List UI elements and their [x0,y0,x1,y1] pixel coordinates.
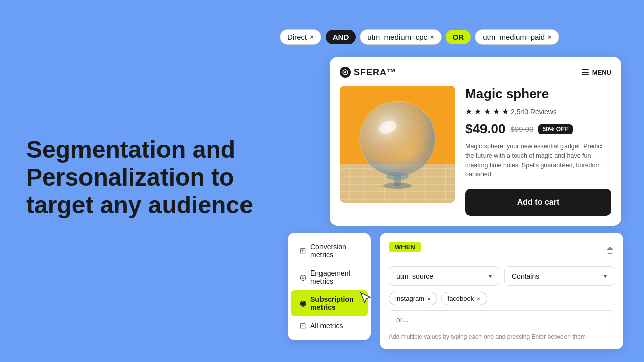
conversion-icon: ⊞ [300,246,306,255]
or-input[interactable] [389,310,614,329]
operator-dropdown-value: Contains [512,272,539,280]
engagement-icon: ◎ [300,273,306,282]
price-row: $49.00 $99.00 50% OFF [465,121,611,137]
value-tag-facebook: facebook × [441,292,487,305]
brand-logo: SFERA™ [340,67,396,78]
value-tag-instagram: instagram × [389,292,437,305]
product-card: SFERA™ MENU [330,57,621,226]
operator-dropdown[interactable]: Contains ▾ [504,266,614,286]
metric-item-all[interactable]: ⊡ All metrics [291,316,368,335]
card-body: Magic sphere ★ ★ ★ ★ ★ 2,540 Reviews $49… [340,86,611,216]
value-tag-instagram-label: instagram [395,295,424,302]
star-1: ★ [465,107,472,116]
all-metrics-icon: ⊡ [300,321,306,330]
filter-tag-utm-cpc[interactable]: utm_medium=cpc × [360,29,441,45]
price-current: $49.00 [465,121,506,137]
conversion-label: Conversion metrics [310,243,359,259]
filter-tag-direct-label: Direct [287,33,307,41]
menu-icon [581,68,589,76]
card-header: SFERA™ MENU [340,67,611,78]
star-3: ★ [484,107,491,116]
field-dropdown-chevron: ▾ [489,273,492,280]
metric-item-engagement[interactable]: ◎ Engagement metrics [291,264,368,290]
field-dropdown[interactable]: utm_source ▾ [389,266,499,286]
product-stars: ★ ★ ★ ★ ★ 2,540 Reviews [465,107,611,116]
operator-dropdown-chevron: ▾ [604,273,607,280]
product-name: Magic sphere [465,86,611,102]
filter-tag-utm-paid[interactable]: utm_medium=paid × [475,29,559,45]
condition-dropdowns: utm_source ▾ Contains ▾ [389,266,614,286]
metrics-panel: ⊞ Conversion metrics ◎ Engagement metric… [288,233,371,340]
value-tags-row: instagram × facebook × [389,292,614,305]
field-dropdown-value: utm_source [396,272,433,280]
product-sphere-svg [340,86,455,203]
price-original: $99.00 [511,125,534,133]
value-tag-facebook-close[interactable]: × [477,296,480,302]
hero-section: Segmentation and Personalization to targ… [26,136,273,219]
filter-tag-utm-paid-close[interactable]: × [548,33,552,41]
subscription-icon: ◉ [300,299,306,308]
svg-point-36 [383,183,412,189]
brand-name: SFERA™ [354,67,396,78]
delete-condition-icon[interactable]: 🗑 [606,246,614,255]
filter-tag-utm-paid-label: utm_medium=paid [482,33,545,41]
filter-tag-direct-close[interactable]: × [310,33,314,41]
menu-label: MENU [592,69,611,76]
condition-panel: WHEN 🗑 utm_source ▾ Contains ▾ instagram… [380,233,623,349]
logo-icon [340,67,351,78]
metric-item-subscription[interactable]: ◉ Subscription metrics [291,290,368,316]
product-description: Magic sphere: your new essential gadget.… [465,142,611,179]
engagement-label: Engagement metrics [310,269,359,285]
product-info: Magic sphere ★ ★ ★ ★ ★ 2,540 Reviews $49… [465,86,611,216]
filter-bar: Direct × AND utm_medium=cpc × OR utm_med… [280,29,559,45]
svg-point-1 [344,71,346,73]
svg-rect-4 [582,74,589,75]
value-tag-instagram-close[interactable]: × [427,296,430,302]
reviews-count: 2,540 Reviews [511,108,557,116]
star-4: ★ [493,107,500,116]
filter-tag-utm-cpc-label: utm_medium=cpc [367,33,427,41]
menu-button[interactable]: MENU [581,68,611,76]
star-5: ★ [502,107,509,116]
svg-rect-2 [582,69,589,70]
all-metrics-label: All metrics [310,322,343,330]
star-2: ★ [474,107,481,116]
metric-item-conversion[interactable]: ⊞ Conversion metrics [291,238,368,264]
operator-and: AND [326,30,356,44]
filter-tag-utm-cpc-close[interactable]: × [430,33,434,41]
discount-badge: 50% OFF [538,124,572,134]
condition-hint: Add multiple values by typing each one a… [389,333,614,340]
add-to-cart-button[interactable]: Add to cart [465,189,611,216]
operator-or: OR [446,30,471,44]
hero-title: Segmentation and Personalization to targ… [26,136,273,219]
svg-rect-3 [582,72,589,73]
product-image [340,86,455,203]
condition-header: WHEN 🗑 [389,242,614,259]
when-badge: WHEN [389,242,421,252]
subscription-label: Subscription metrics [310,295,359,311]
filter-tag-direct[interactable]: Direct × [280,29,321,45]
value-tag-facebook-label: facebook [448,295,474,302]
